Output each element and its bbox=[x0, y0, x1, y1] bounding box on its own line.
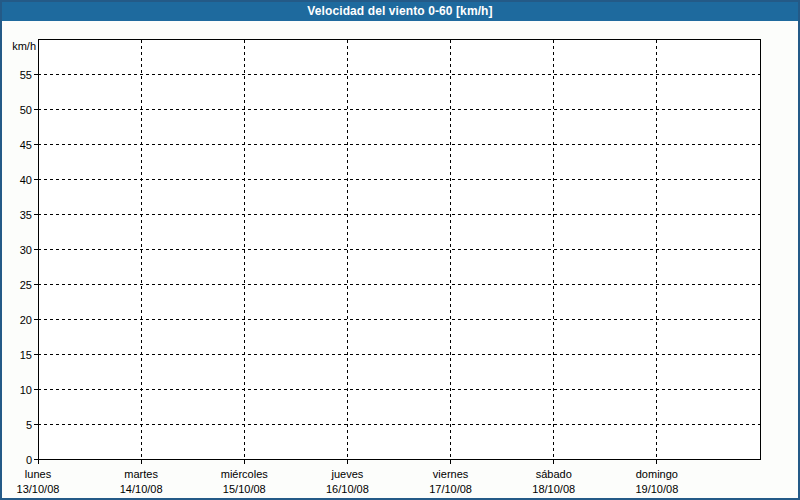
x-day-label: domingo bbox=[636, 468, 678, 480]
y-tick-label: 30 bbox=[20, 244, 32, 256]
wind-speed-chart-window: Velocidad del viento 0-60 [km/h] 0510152… bbox=[0, 0, 800, 500]
x-date-label: 13/10/08 bbox=[17, 483, 60, 495]
x-date-label: 19/10/08 bbox=[635, 483, 678, 495]
y-tick-label: 15 bbox=[20, 349, 32, 361]
y-tick-label: 35 bbox=[20, 209, 32, 221]
x-day-label: miércoles bbox=[221, 468, 269, 480]
x-date-label: 15/10/08 bbox=[223, 483, 266, 495]
y-tick-label: 5 bbox=[26, 419, 32, 431]
x-day-label: viernes bbox=[433, 468, 469, 480]
x-date-label: 17/10/08 bbox=[429, 483, 472, 495]
x-day-label: martes bbox=[124, 468, 158, 480]
y-tick-label: 50 bbox=[20, 104, 32, 116]
chart-grid: 0510152025303540455055km/hlunes13/10/08m… bbox=[0, 0, 800, 500]
x-date-label: 14/10/08 bbox=[120, 483, 163, 495]
y-tick-label: 10 bbox=[20, 384, 32, 396]
x-day-label: jueves bbox=[331, 468, 364, 480]
y-tick-label: 45 bbox=[20, 139, 32, 151]
y-axis-unit-label: km/h bbox=[12, 40, 36, 52]
x-day-label: lunes bbox=[25, 468, 52, 480]
x-date-label: 18/10/08 bbox=[532, 483, 575, 495]
y-tick-label: 40 bbox=[20, 174, 32, 186]
x-day-label: sábado bbox=[536, 468, 572, 480]
y-tick-label: 20 bbox=[20, 314, 32, 326]
x-date-label: 16/10/08 bbox=[326, 483, 369, 495]
y-tick-label: 25 bbox=[20, 279, 32, 291]
y-tick-label: 55 bbox=[20, 69, 32, 81]
y-tick-label: 0 bbox=[26, 454, 32, 466]
